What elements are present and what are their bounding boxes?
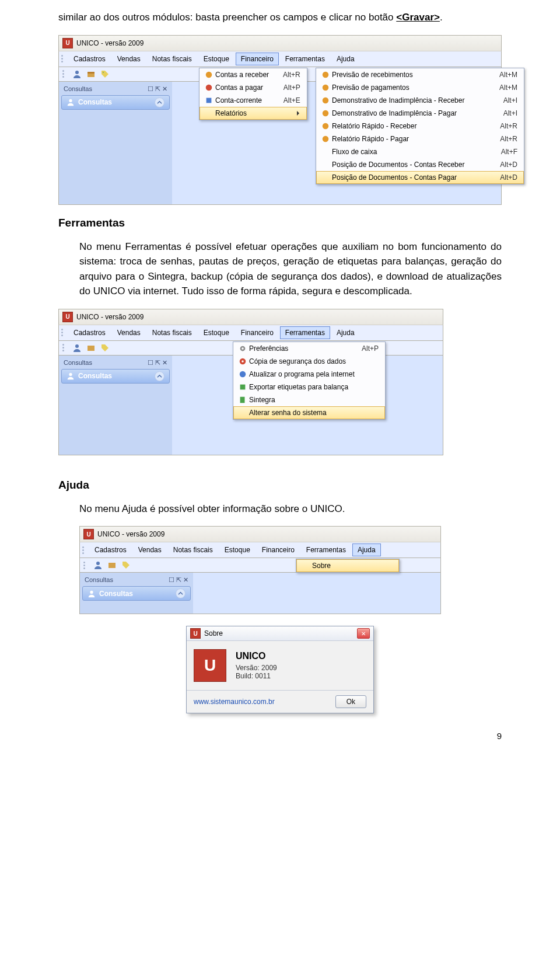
- menu-item-preferencias[interactable]: PreferênciasAlt+P: [233, 342, 385, 355]
- menu-ajuda[interactable]: Ajuda: [331, 53, 360, 65]
- menu-estoque[interactable]: Estoque: [219, 543, 256, 556]
- menu-ajuda[interactable]: Ajuda: [352, 543, 381, 556]
- side-panel-header: Consultas ☐ ⇱ ✕: [61, 84, 170, 94]
- menu-financeiro[interactable]: Financeiro: [236, 53, 279, 65]
- menu-shortcut: Alt+R: [486, 135, 517, 143]
- menu-shortcut: Alt+P: [270, 83, 300, 92]
- menu-item-label: Contas a pagar: [215, 83, 263, 92]
- menu-item-label: Contas a receber: [215, 71, 269, 79]
- sidebar-item-consultas[interactable]: Consultas: [82, 586, 191, 601]
- svg-rect-25: [108, 563, 116, 568]
- toolbar-tag-icon[interactable]: [100, 343, 110, 353]
- panel-title: Consultas: [85, 576, 113, 584]
- person-icon: [88, 590, 96, 598]
- svg-point-11: [323, 110, 329, 116]
- menu-item-label: Previsão de pagamentos: [332, 83, 410, 92]
- menubar: Cadastros Vendas Notas fiscais Estoque F…: [79, 542, 441, 558]
- menu-cadastros[interactable]: Cadastros: [68, 326, 111, 339]
- screenshot-ajuda: U UNICO - versão 2009 Cadastros Vendas N…: [79, 526, 441, 614]
- menu-notas-fiscais[interactable]: Notas fiscais: [147, 53, 197, 65]
- menu-item-atualizar-internet[interactable]: Atualizar o programa pela internet: [233, 368, 385, 381]
- about-build: Build: 0011: [236, 672, 277, 680]
- submenu-fluxo-caixa[interactable]: Fluxo de caixaAlt+F: [316, 145, 524, 158]
- menu-estoque[interactable]: Estoque: [198, 53, 235, 65]
- menu-item-relatorios[interactable]: Relatórios: [200, 107, 307, 120]
- menu-ferramentas[interactable]: Ferramentas: [280, 53, 330, 65]
- menu-item-copia-seguranca[interactable]: Cópia de segurança dos dados: [233, 355, 385, 368]
- submenu-relatorio-rapido-pagar[interactable]: Relatório Rápido - PagarAlt+R: [316, 133, 524, 145]
- submenu-posicao-contas-pagar[interactable]: Posição de Documentos - Contas PagarAlt+…: [316, 171, 524, 184]
- menu-ferramentas[interactable]: Ferramentas: [280, 326, 330, 339]
- menu-item-exportar-etiquetas[interactable]: Exportar etiquetas para balança: [233, 381, 385, 393]
- menu-item-alterar-senha[interactable]: Alterar senha do sistema: [233, 406, 385, 419]
- submenu-inadimplencia-receber[interactable]: Demonstrativo de Inadimplência - Receber…: [316, 94, 524, 107]
- dialog-title: Sobre: [204, 629, 223, 637]
- menu-shortcut: Alt+P: [348, 344, 379, 353]
- svg-rect-15: [88, 346, 94, 351]
- side-column: Consultas ☐ ⇱ ✕ Consultas: [59, 356, 172, 455]
- about-dialog: U Sobre ✕ U UNICO Versão: 2009 Build: 00…: [186, 626, 374, 713]
- submenu-inadimplencia-pagar[interactable]: Demonstrativo de Inadimplência - PagarAl…: [316, 107, 524, 120]
- menu-item-conta-corrente[interactable]: Conta-corrente Alt+E: [200, 94, 307, 107]
- menu-ferramentas[interactable]: Ferramentas: [301, 543, 351, 556]
- chevron-up-icon[interactable]: [155, 97, 164, 107]
- sidebar-item-consultas[interactable]: Consultas: [61, 369, 170, 384]
- toolbar-person-icon[interactable]: [93, 560, 103, 570]
- ok-button[interactable]: Ok: [335, 695, 366, 708]
- toolbar-box-icon[interactable]: [86, 69, 96, 79]
- intro-paragraph: similar ao dos outros módulos: basta pre…: [58, 10, 502, 25]
- menu-cadastros[interactable]: Cadastros: [89, 543, 132, 556]
- menu-financeiro[interactable]: Financeiro: [236, 326, 279, 339]
- menu-cadastros[interactable]: Cadastros: [68, 53, 111, 65]
- menu-ajuda[interactable]: Ajuda: [331, 326, 360, 339]
- side-panel-header: Consultas ☐ ⇱ ✕: [82, 575, 191, 585]
- close-icon[interactable]: ✕: [357, 628, 370, 639]
- svg-point-10: [323, 97, 329, 103]
- sidebar-item-label: Consultas: [78, 372, 112, 380]
- toolbar-person-icon[interactable]: [72, 343, 82, 353]
- ajuda-menu: Sobre: [296, 559, 400, 573]
- menu-financeiro[interactable]: Financeiro: [257, 543, 300, 556]
- sidebar-item-consultas[interactable]: Consultas: [61, 95, 170, 110]
- submenu-previsao-pagamentos[interactable]: Previsão de pagamentosAlt+M: [316, 81, 524, 94]
- toolbar-person-icon[interactable]: [72, 69, 82, 79]
- screenshot-ferramentas: U UNICO - versão 2009 Cadastros Vendas N…: [58, 309, 443, 455]
- menu-notas-fiscais[interactable]: Notas fiscais: [168, 543, 218, 556]
- svg-point-3: [103, 72, 104, 73]
- toolbar-tag-icon[interactable]: [121, 560, 131, 570]
- side-panel-header: Consultas ☐ ⇱ ✕: [61, 358, 170, 368]
- submenu-previsao-recebimentos[interactable]: Previsão de recebimentosAlt+M: [316, 68, 524, 81]
- submenu-posicao-contas-receber[interactable]: Posição de Documentos - Contas ReceberAl…: [316, 158, 524, 171]
- menu-item-label: Demonstrativo de Inadimplência - Receber: [332, 96, 464, 104]
- toolbar-box-icon[interactable]: [86, 343, 96, 353]
- menu-shortcut: Alt+M: [485, 71, 517, 79]
- menu-vendas[interactable]: Vendas: [112, 53, 146, 65]
- menu-item-label: Posição de Documentos - Contas Pagar: [332, 173, 457, 182]
- toolbar-tag-icon[interactable]: [100, 69, 110, 79]
- doc-icon: [239, 396, 247, 404]
- grip-icon: [83, 562, 88, 569]
- menu-item-sobre[interactable]: Sobre: [296, 559, 399, 572]
- grip-icon: [61, 53, 66, 65]
- sidebar-item-label: Consultas: [99, 590, 133, 598]
- page-number: 9: [58, 713, 502, 741]
- person-icon: [66, 98, 75, 106]
- chevron-up-icon[interactable]: [176, 588, 186, 598]
- submenu-relatorio-rapido-receber[interactable]: Relatório Rápido - ReceberAlt+R: [316, 120, 524, 133]
- chevron-up-icon[interactable]: [155, 371, 164, 381]
- window-titlebar: U UNICO - versão 2009: [79, 526, 441, 542]
- menu-item-contas-pagar[interactable]: Contas a pagar Alt+P: [200, 81, 307, 94]
- menu-vendas[interactable]: Vendas: [133, 543, 167, 556]
- menu-notas-fiscais[interactable]: Notas fiscais: [147, 326, 197, 339]
- menu-item-sintegra[interactable]: Sintegra: [233, 393, 385, 406]
- about-website-link[interactable]: www.sistemaunico.com.br: [194, 698, 275, 706]
- svg-point-6: [206, 84, 212, 90]
- toolbar-box-icon[interactable]: [107, 560, 117, 570]
- menubar: Cadastros Vendas Notas fiscais Estoque F…: [58, 325, 443, 341]
- menu-item-contas-receber[interactable]: Contas a receber Alt+R: [200, 68, 307, 81]
- menu-vendas[interactable]: Vendas: [112, 326, 146, 339]
- menu-shortcut: Alt+D: [486, 173, 517, 182]
- menu-estoque[interactable]: Estoque: [198, 326, 235, 339]
- user-icon: [321, 135, 330, 143]
- export-icon: [239, 383, 247, 391]
